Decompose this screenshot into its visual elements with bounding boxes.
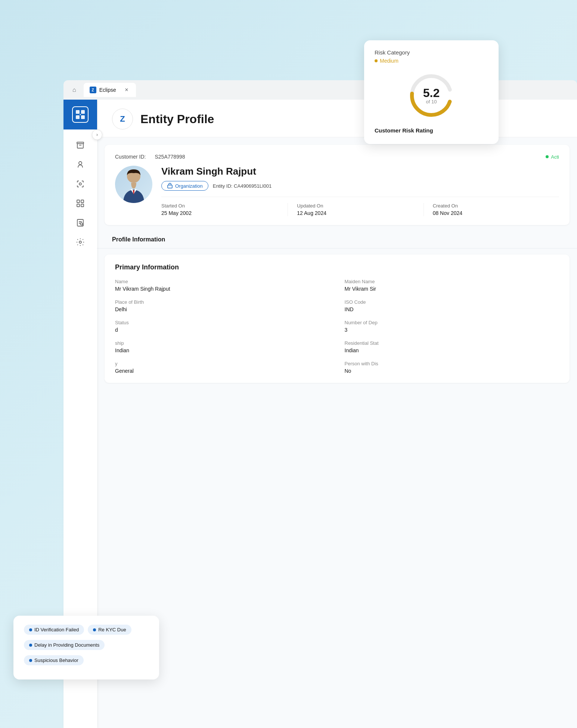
updated-on: Updated On 12 Aug 2024 [288,203,424,216]
sidebar-item-grid[interactable] [72,195,89,212]
customer-details: Vikram Singh Rajput Organization Entity … [161,166,559,216]
name-label: Name [115,279,330,284]
eclipse-tab[interactable]: Z Eclipse × [84,83,136,97]
field-status: Status d [115,320,330,333]
sidebar-item-users[interactable] [72,156,89,173]
disability-value: No [345,368,559,374]
iso-label: ISO Code [345,299,559,305]
field-maiden-name: Maiden Name Mr Vikram Sir [345,279,559,292]
app-logo-icon [72,106,89,123]
status-label: Status [115,320,330,325]
risk-popup: Risk Category Medium 5.2 of 10 Customer … [364,40,499,144]
entity-header: Z Entity Profile [97,100,577,137]
field-residential: Residential Stat Indian [345,340,559,353]
sidebar-toggle-button[interactable]: › [92,129,102,140]
svg-point-8 [79,183,81,185]
birth-label: Place of Birth [115,299,330,305]
page-title: Entity Profile [140,112,214,126]
customer-id-label: Customer ID: [115,154,146,160]
sidebar-nav [63,129,97,258]
field-citizenship: ship Indian [115,340,330,353]
svg-point-15 [79,241,81,243]
tags-row-1: ID Verification Failed Re KYC Due [24,625,149,635]
avatar [115,166,152,203]
customer-card: Customer ID: S25A778998 Acti [105,145,570,225]
category-value: General [115,368,330,374]
field-name: Name Mr Vikram Singh Rajput [115,279,330,292]
field-iso: ISO Code IND [345,299,559,312]
tag-suspicious-behavior: Suspicious Behavior [24,655,84,665]
tag-dot [93,628,96,631]
sidebar-item-settings[interactable] [72,234,89,250]
risk-popup-title: Risk Category [375,49,488,56]
started-value: 25 May 2002 [161,210,279,216]
maiden-name-label: Maiden Name [345,279,559,284]
browser-tab-bar: ⌂ Z Eclipse × [63,80,577,100]
res-value: Indian [345,347,559,353]
status-value: d [115,327,330,333]
main-content: Z Entity Profile Customer ID: S25A778998… [97,100,577,728]
customer-name: Vikram Singh Rajput [161,166,559,177]
risk-score-number: 5.2 [423,87,440,99]
active-label: Acti [551,154,559,160]
disability-label: Person with Dis [345,361,559,366]
svg-rect-9 [77,200,80,203]
svg-rect-11 [77,204,80,207]
tag-label: Suspicious Behavior [34,657,78,663]
svg-rect-0 [76,110,80,114]
tab-favicon: Z [90,87,96,93]
dep-value: 3 [345,327,559,333]
risk-medium-dot [375,59,378,62]
tag-label: ID Verification Failed [34,627,79,632]
started-label: Started On [161,203,279,209]
sidebar-item-scan[interactable] [72,176,89,192]
profile-section-header: Profile Information [97,231,577,249]
home-tab[interactable]: ⌂ [68,84,81,96]
home-icon: ⌂ [72,87,76,93]
sidebar-item-archive[interactable] [72,137,89,153]
svg-rect-3 [81,115,85,119]
customer-id-row: Customer ID: S25A778998 Acti [115,154,559,160]
risk-medium-badge: Medium [375,58,488,64]
tag-dot [29,659,32,662]
risk-gauge: 5.2 of 10 [407,71,456,120]
risk-rating-label: Customer Risk Rating [375,127,488,134]
tag-id-verification: ID Verification Failed [24,625,84,635]
ship-label: ship [115,340,330,346]
svg-rect-17 [168,185,172,188]
birth-value: Delhi [115,306,330,312]
customer-id-value: S25A778998 [155,154,185,160]
updated-label: Updated On [297,203,414,209]
tab-close-button[interactable]: × [123,86,130,94]
name-value: Mr Vikram Singh Rajput [115,286,330,292]
svg-rect-12 [81,204,84,207]
tag-delay-documents: Delay in Providing Documents [24,640,105,650]
svg-rect-10 [81,200,84,203]
created-label: Created On [433,203,550,209]
field-birth: Place of Birth Delhi [115,299,330,312]
sidebar-item-report[interactable] [72,215,89,231]
created-value: 08 Nov 2024 [433,210,550,216]
sidebar-logo[interactable] [63,100,97,129]
iso-value: IND [345,306,559,312]
tag-label: Delay in Providing Documents [34,642,99,648]
risk-medium-label: Medium [380,58,398,64]
field-dep: Number of Dep 3 [345,320,559,333]
created-on: Created On 08 Nov 2024 [424,203,559,216]
active-dot [546,155,549,158]
tag-label: Re KYC Due [98,627,126,632]
tags-row-2: Delay in Providing Documents [24,640,149,650]
res-label: Residential Stat [345,340,559,346]
updated-value: 12 Aug 2024 [297,210,414,216]
ship-value: Indian [115,347,330,353]
risk-score-text: 5.2 of 10 [423,87,440,104]
tag-re-kyc: Re KYC Due [88,625,131,635]
field-category: y General [115,361,330,374]
risk-score-of: of 10 [423,99,440,104]
entity-id-value: CA4906951LI001 [234,183,272,189]
org-icon [167,183,173,189]
info-grid: Name Mr Vikram Singh Rajput Maiden Name … [115,279,559,374]
tag-dot [29,628,32,631]
svg-rect-2 [76,115,80,119]
org-label: Organization [175,183,203,189]
